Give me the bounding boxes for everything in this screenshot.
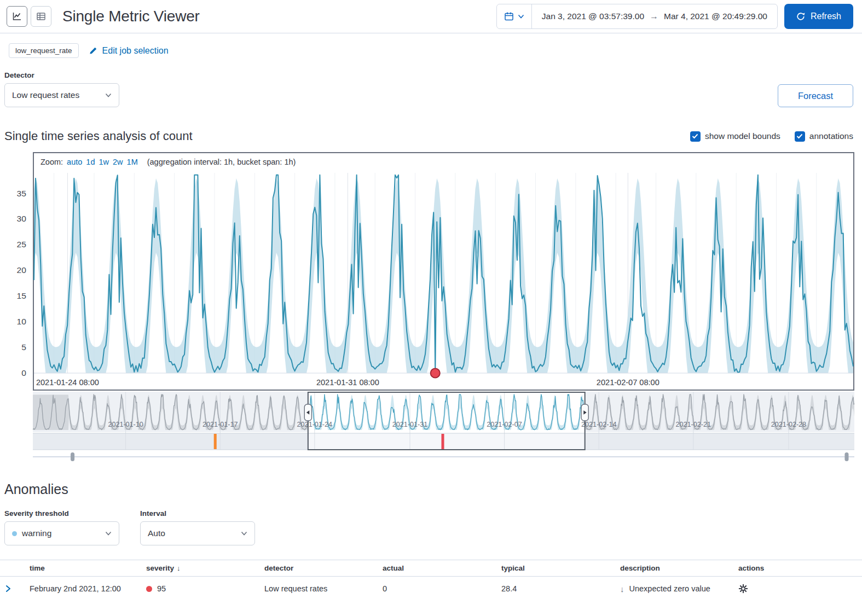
severity-threshold-label: Severity threshold — [4, 509, 119, 518]
expand-row-button[interactable] — [5, 585, 11, 592]
forecast-button[interactable]: Forecast — [778, 84, 853, 107]
chevron-down-icon — [105, 93, 112, 97]
zoom-1M-link[interactable]: 1M — [127, 158, 138, 166]
column-header-description[interactable]: description — [615, 564, 733, 572]
critical-severity-dot — [146, 586, 152, 592]
interval-value: Auto — [148, 528, 165, 538]
detector-label: Detector — [4, 71, 119, 79]
interval-label: Interval — [140, 509, 255, 518]
show-model-bounds-checkbox[interactable]: show model bounds — [690, 131, 780, 142]
column-header-time[interactable]: time — [24, 564, 141, 572]
context-axis-label: 2021-01-24 — [297, 421, 332, 428]
series-header: Single time series analysis of count sho… — [4, 129, 853, 143]
context-axis-label: 2021-02-07 — [487, 421, 522, 428]
job-badge: low_request_rate — [9, 43, 79, 58]
context-axis-label: 2021-02-14 — [581, 421, 616, 428]
context-axis-label: 2021-01-31 — [392, 421, 427, 428]
detector-value: Low request rates — [12, 90, 79, 100]
detector-select[interactable]: Low request rates — [4, 83, 119, 107]
refresh-button[interactable]: Refresh — [784, 4, 853, 29]
interval-select[interactable]: Auto — [140, 521, 255, 545]
detector-row: Detector Low request rates Forecast — [4, 71, 853, 107]
scrollbar-handle-left[interactable] — [71, 452, 74, 461]
zoom-1w-link[interactable]: 1w — [99, 158, 109, 166]
anomalies-title: Anomalies — [4, 481, 862, 497]
cell-typical: 28.4 — [496, 584, 615, 593]
zoom-auto-link[interactable]: auto — [67, 158, 82, 166]
chevron-right-icon — [5, 585, 11, 592]
edit-job-selection-link[interactable]: Edit job selection — [89, 46, 169, 56]
column-header-severity[interactable]: severity ↓ — [141, 564, 259, 572]
column-header-actions: actions — [733, 564, 862, 572]
y-axis-label: 25 — [17, 240, 26, 249]
page-title: Single Metric Viewer — [62, 8, 200, 25]
calendar-icon — [504, 11, 514, 21]
line-chart-icon — [12, 11, 22, 21]
edit-job-selection-label: Edit job selection — [102, 46, 169, 56]
chevron-down-icon — [105, 531, 112, 536]
date-picker-toggle[interactable] — [497, 4, 532, 28]
aggregation-info: (aggregation interval: 1h, bucket span: … — [147, 158, 296, 166]
cell-actual: 0 — [377, 584, 496, 593]
chevron-down-icon — [518, 14, 524, 19]
scrollbar-handle-right[interactable] — [844, 452, 848, 461]
top-bar: Single Metric Viewer Jan 3, 2021 @ 03:57… — [0, 0, 862, 33]
refresh-icon — [796, 12, 805, 21]
context-axis-label: 2021-02-21 — [676, 421, 711, 428]
header-actions: Jan 3, 2021 @ 03:57:39.00 → Mar 4, 2021 … — [496, 4, 853, 29]
checkbox-checked-icon — [795, 131, 805, 142]
date-range: Jan 3, 2021 @ 03:57:39.00 → Mar 4, 2021 … — [532, 4, 777, 28]
context-axis-label: 2021-02-28 — [771, 421, 806, 428]
chevron-down-icon — [241, 531, 247, 536]
y-axis-label: 10 — [17, 317, 27, 326]
cell-description: ↓ Unexpected zero value — [615, 584, 733, 594]
warning-severity-dot — [12, 531, 17, 536]
column-header-actual[interactable]: actual — [377, 564, 496, 572]
series-title: Single time series analysis of count — [4, 129, 193, 143]
annotations-label: annotations — [809, 131, 853, 141]
row-actions-button[interactable] — [738, 584, 748, 594]
annotations-checkbox[interactable]: annotations — [795, 131, 853, 142]
brush-handle-left[interactable] — [304, 404, 311, 421]
y-axis-label: 30 — [17, 214, 27, 223]
swimlane-anomaly-marker[interactable] — [214, 434, 217, 449]
checkbox-checked-icon — [690, 131, 701, 142]
zoom-bar: Zoom: auto 1d 1w 2w 1M (aggregation inte… — [34, 153, 853, 167]
zoom-2w-link[interactable]: 2w — [113, 158, 123, 166]
model-bounds-band — [34, 178, 853, 373]
chart-view-button[interactable] — [7, 6, 27, 27]
zoom-label: Zoom: — [41, 158, 63, 166]
y-axis-label: 0 — [21, 368, 26, 377]
date-picker: Jan 3, 2021 @ 03:57:39.00 → Mar 4, 2021 … — [496, 4, 778, 29]
main-time-series-chart[interactable]: 051015202530352021-01-24 08:002021-01-31… — [34, 167, 853, 390]
start-date-button[interactable]: Jan 3, 2021 @ 03:57:39.00 — [542, 11, 644, 21]
cell-time: February 2nd 2021, 12:00 — [24, 584, 141, 593]
cell-actions — [733, 584, 862, 594]
severity-threshold-select[interactable]: warning — [4, 521, 119, 545]
cell-detector: Low request rates — [259, 584, 377, 593]
column-header-typical[interactable]: typical — [496, 564, 615, 572]
context-axis-label: 2021-01-10 — [108, 421, 143, 428]
context-navigator-chart[interactable]: 2021-01-102021-01-172021-01-242021-01-31… — [33, 392, 854, 462]
end-date-button[interactable]: Mar 4, 2021 @ 20:49:29.00 — [664, 11, 767, 21]
anomaly-table-row: February 2nd 2021, 12:00 95 Low request … — [0, 577, 862, 601]
sort-desc-icon: ↓ — [177, 564, 181, 572]
context-axis-label: 2021-01-17 — [203, 421, 238, 428]
table-view-button[interactable] — [31, 6, 51, 27]
brush-handle-right[interactable] — [581, 404, 588, 421]
anomaly-marker-critical[interactable] — [431, 369, 440, 378]
cell-severity: 95 — [141, 584, 259, 593]
severity-threshold-value: warning — [22, 528, 51, 538]
time-series-chart-section: Zoom: auto 1d 1w 2w 1M (aggregation inte… — [4, 152, 854, 462]
anomalies-table-header: time severity ↓ detector actual typical … — [0, 560, 862, 577]
swimlane-anomaly-marker[interactable] — [441, 434, 444, 449]
show-model-bounds-label: show model bounds — [705, 131, 780, 141]
y-axis-label: 15 — [17, 291, 26, 300]
refresh-label: Refresh — [811, 11, 841, 21]
y-axis-label: 20 — [17, 265, 27, 275]
x-axis-label: 2021-01-31 08:00 — [316, 378, 379, 387]
zoom-1d-link[interactable]: 1d — [86, 158, 95, 166]
table-icon — [36, 11, 46, 21]
column-header-detector[interactable]: detector — [259, 564, 377, 572]
main-chart-box: Zoom: auto 1d 1w 2w 1M (aggregation inte… — [33, 152, 854, 391]
